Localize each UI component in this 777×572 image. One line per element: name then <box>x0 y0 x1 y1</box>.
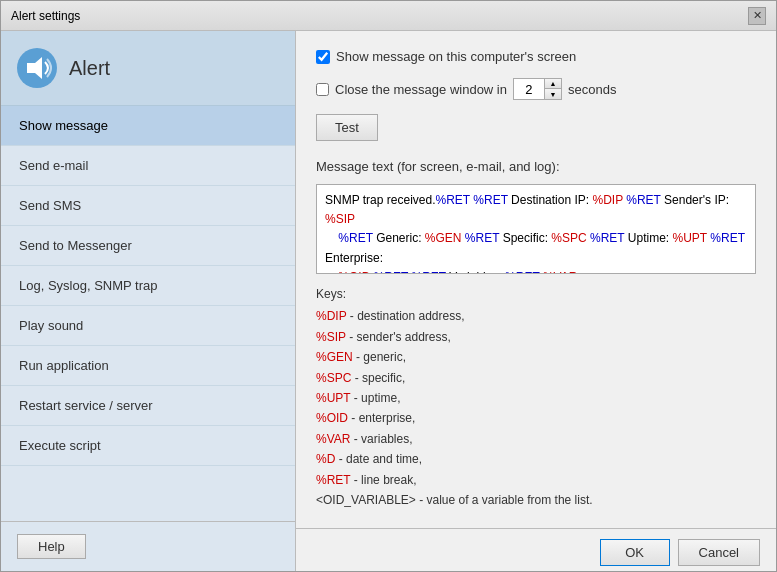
close-button[interactable]: ✕ <box>748 7 766 25</box>
seconds-input[interactable] <box>514 79 544 99</box>
sidebar-item-restart-service[interactable]: Restart service / server <box>1 386 295 426</box>
keys-section: Keys: %DIP - destination address, %SIP -… <box>316 284 756 510</box>
key-item-var: %VAR - variables, <box>316 429 756 449</box>
spinner-up-button[interactable]: ▲ <box>545 79 561 89</box>
sidebar-item-execute-script[interactable]: Execute script <box>1 426 295 466</box>
key-item-d: %D - date and time, <box>316 449 756 469</box>
close-window-checkbox[interactable] <box>316 83 329 96</box>
sidebar-item-send-sms[interactable]: Send SMS <box>1 186 295 226</box>
sidebar-item-run-application[interactable]: Run application <box>1 346 295 386</box>
main-panel: Show message on this computer's screen C… <box>296 31 776 528</box>
cancel-button[interactable]: Cancel <box>678 539 760 566</box>
key-item-oid-variable: <OID_VARIABLE> - value of a variable fro… <box>316 490 756 510</box>
key-item-gen: %GEN - generic, <box>316 347 756 367</box>
close-window-label: Close the message window in <box>335 82 507 97</box>
message-textarea[interactable]: SNMP trap received.%RET %RET Destination… <box>316 184 756 274</box>
show-message-checkbox[interactable] <box>316 50 330 64</box>
footer-buttons: OK Cancel <box>296 528 776 571</box>
seconds-spinner: ▲ ▼ <box>513 78 562 100</box>
sidebar-header: Alert <box>1 31 295 106</box>
message-content: SNMP trap received.%RET %RET Destination… <box>325 193 745 274</box>
key-item-sip: %SIP - sender's address, <box>316 327 756 347</box>
key-item-dip: %DIP - destination address, <box>316 306 756 326</box>
key-item-upt: %UPT - uptime, <box>316 388 756 408</box>
alert-settings-window: Alert settings ✕ Alert Show messageSend … <box>0 0 777 572</box>
seconds-label: seconds <box>568 82 616 97</box>
close-window-row: Close the message window in ▲ ▼ seconds <box>316 78 756 100</box>
show-message-label: Show message on this computer's screen <box>336 49 576 64</box>
sidebar-items-list: Show messageSend e-mailSend SMSSend to M… <box>1 106 295 521</box>
show-message-row: Show message on this computer's screen <box>316 49 756 64</box>
title-bar: Alert settings ✕ <box>1 1 776 31</box>
key-item-ret: %RET - line break, <box>316 470 756 490</box>
speaker-icon <box>17 48 57 88</box>
keys-title: Keys: <box>316 284 756 304</box>
window-title: Alert settings <box>11 9 80 23</box>
ok-button[interactable]: OK <box>600 539 670 566</box>
test-button[interactable]: Test <box>316 114 378 141</box>
spinner-arrows: ▲ ▼ <box>544 79 561 99</box>
sidebar-item-send-messenger[interactable]: Send to Messenger <box>1 226 295 266</box>
key-item-oid: %OID - enterprise, <box>316 408 756 428</box>
sidebar-footer: Help <box>1 521 295 571</box>
key-item-spc: %SPC - specific, <box>316 368 756 388</box>
sidebar-item-log-syslog[interactable]: Log, Syslog, SNMP trap <box>1 266 295 306</box>
message-text-label: Message text (for screen, e-mail, and lo… <box>316 159 756 174</box>
sidebar-item-send-email[interactable]: Send e-mail <box>1 146 295 186</box>
help-button[interactable]: Help <box>17 534 86 559</box>
sidebar-title: Alert <box>69 57 110 80</box>
content-area: Alert Show messageSend e-mailSend SMSSen… <box>1 31 776 571</box>
spinner-down-button[interactable]: ▼ <box>545 89 561 99</box>
sidebar-item-play-sound[interactable]: Play sound <box>1 306 295 346</box>
sidebar: Alert Show messageSend e-mailSend SMSSen… <box>1 31 296 571</box>
sidebar-item-show-message[interactable]: Show message <box>1 106 295 146</box>
